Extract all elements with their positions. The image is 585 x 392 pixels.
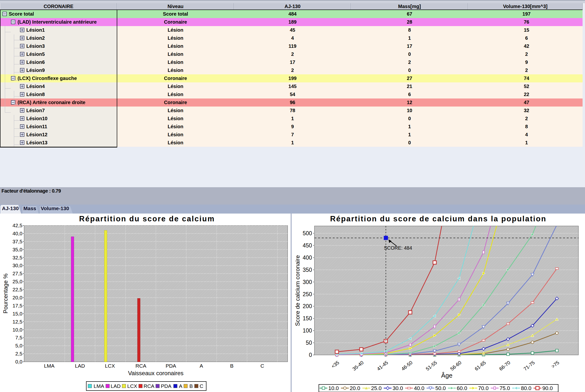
svg-text:C: C bbox=[200, 383, 203, 389]
svg-text:Pourcentage %: Pourcentage % bbox=[2, 274, 9, 314]
svg-text:0,0: 0,0 bbox=[15, 359, 22, 364]
svg-text:56-60: 56-60 bbox=[449, 360, 462, 372]
svg-text:LCX: LCX bbox=[127, 383, 137, 389]
svg-text:66-70: 66-70 bbox=[498, 360, 511, 372]
svg-text:17,5: 17,5 bbox=[12, 303, 22, 308]
svg-text:Âge: Âge bbox=[441, 372, 452, 379]
svg-text:0: 0 bbox=[309, 352, 312, 358]
svg-text:200: 200 bbox=[303, 303, 312, 309]
svg-text:46-50: 46-50 bbox=[401, 360, 414, 372]
svg-text:<35: <35 bbox=[330, 360, 340, 369]
svg-text:50: 50 bbox=[306, 340, 312, 346]
svg-text:400: 400 bbox=[303, 254, 312, 261]
svg-text:B: B bbox=[230, 363, 233, 368]
svg-text:40.0: 40.0 bbox=[414, 385, 424, 391]
svg-text:500: 500 bbox=[303, 230, 312, 236]
svg-text:7,5: 7,5 bbox=[15, 335, 22, 340]
svg-text:90.0: 90.0 bbox=[542, 385, 553, 391]
svg-text:5,0: 5,0 bbox=[15, 343, 22, 348]
svg-text:41-45: 41-45 bbox=[376, 360, 389, 372]
svg-text:20,0: 20,0 bbox=[12, 295, 22, 300]
svg-text:150: 150 bbox=[303, 315, 312, 322]
svg-text:LCX: LCX bbox=[105, 363, 115, 368]
svg-text:70.0: 70.0 bbox=[478, 385, 489, 391]
svg-text:Score de calcium coronaire: Score de calcium coronaire bbox=[294, 255, 301, 326]
svg-text:15,0: 15,0 bbox=[12, 311, 22, 316]
svg-text:250: 250 bbox=[303, 291, 312, 298]
svg-text:75.0: 75.0 bbox=[500, 385, 510, 391]
svg-text:LAD: LAD bbox=[111, 383, 121, 389]
svg-text:30.0: 30.0 bbox=[392, 385, 403, 391]
svg-text:RCA: RCA bbox=[144, 383, 154, 389]
svg-text:71-75: 71-75 bbox=[523, 360, 536, 372]
svg-text:10,0: 10,0 bbox=[12, 327, 22, 332]
svg-text:35,0: 35,0 bbox=[12, 247, 22, 252]
svg-text:20.0: 20.0 bbox=[350, 385, 360, 391]
svg-text:25.0: 25.0 bbox=[371, 385, 382, 391]
svg-text:Répartition du score de calciu: Répartition du score de calcium dans la … bbox=[330, 214, 547, 223]
svg-text:350: 350 bbox=[303, 267, 312, 273]
svg-text:10.0: 10.0 bbox=[328, 385, 339, 391]
svg-text:22,5: 22,5 bbox=[12, 287, 22, 292]
svg-text:Répartition du score de calciu: Répartition du score de calcium bbox=[79, 214, 215, 223]
svg-text:SCORE: 484: SCORE: 484 bbox=[384, 245, 412, 250]
svg-text:Vaisseaux coronaires: Vaisseaux coronaires bbox=[128, 370, 183, 376]
svg-text:2,5: 2,5 bbox=[15, 351, 22, 356]
svg-text:300: 300 bbox=[303, 279, 312, 285]
svg-text:>75: >75 bbox=[550, 360, 560, 369]
svg-text:LMA: LMA bbox=[94, 383, 104, 389]
svg-text:C: C bbox=[260, 363, 264, 368]
svg-text:PDA: PDA bbox=[161, 383, 171, 389]
svg-text:LAD: LAD bbox=[75, 363, 85, 368]
svg-text:450: 450 bbox=[303, 242, 312, 249]
svg-text:27,5: 27,5 bbox=[12, 270, 22, 276]
svg-text:100: 100 bbox=[303, 328, 312, 334]
svg-text:51-55: 51-55 bbox=[425, 360, 438, 372]
svg-text:PDA: PDA bbox=[165, 363, 176, 368]
svg-text:B: B bbox=[189, 383, 193, 389]
svg-text:25,0: 25,0 bbox=[12, 279, 22, 284]
svg-text:42,5: 42,5 bbox=[12, 222, 22, 228]
svg-text:LMA: LMA bbox=[44, 363, 54, 368]
svg-text:RCA: RCA bbox=[135, 363, 146, 368]
svg-text:37,5: 37,5 bbox=[12, 239, 22, 244]
svg-text:35-40: 35-40 bbox=[352, 360, 365, 372]
svg-text:80.0: 80.0 bbox=[521, 385, 531, 391]
svg-text:12,5: 12,5 bbox=[12, 319, 22, 324]
svg-text:40,0: 40,0 bbox=[12, 230, 22, 236]
svg-text:60.0: 60.0 bbox=[457, 385, 467, 391]
svg-text:32,5: 32,5 bbox=[12, 255, 22, 260]
svg-text:30,0: 30,0 bbox=[12, 262, 22, 268]
svg-text:50.0: 50.0 bbox=[435, 385, 446, 391]
svg-text:A: A bbox=[179, 383, 182, 389]
svg-text:61-65: 61-65 bbox=[474, 360, 487, 372]
svg-text:A: A bbox=[200, 363, 203, 368]
